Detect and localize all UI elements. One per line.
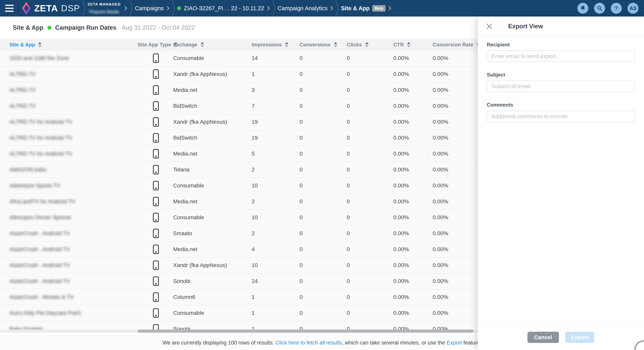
export-view-panel: Export View Recipient Subject Comments C… [478, 16, 644, 350]
column-header-impressions[interactable]: Impressions [252, 39, 288, 50]
conversions-value: 0 [300, 87, 303, 93]
site-name: Ava's Kitty Pet Daycare Part1 [10, 310, 82, 316]
export-panel-footer: Cancel Export [478, 324, 644, 350]
mobile-device-icon [153, 292, 159, 302]
ctr-value: 0.00% [393, 278, 409, 284]
site-app-type-cell [150, 324, 162, 330]
conversions-value: 0 [300, 150, 303, 157]
export-link[interactable]: Export [447, 340, 462, 346]
impressions-value: 10 [252, 214, 258, 220]
conversions-value: 0 [300, 214, 303, 220]
breadcrumb-campaign[interactable]: ZIAO-32267_Pi ... 22 - 10.11.22 [177, 5, 270, 12]
subject-input[interactable] [487, 80, 635, 92]
hamburger-menu-icon[interactable] [5, 5, 14, 12]
chevron-right-icon [267, 6, 270, 11]
sort-arrows-icon [334, 42, 337, 48]
notifications-button[interactable] [577, 3, 588, 14]
site-name: AsianCrush - Movies & TV [10, 294, 74, 300]
recipient-label: Recipient [487, 42, 635, 48]
column-header-conversion-rate[interactable]: Conversion Rate [433, 39, 480, 50]
ctr-value: 0.00% [393, 55, 409, 61]
impressions-value: 1 [252, 71, 255, 77]
comments-field-group: Comments [487, 102, 635, 122]
breadcrumb-campaign-label: ZIAO-32267_Pi ... 22 - 10.11.22 [184, 5, 264, 12]
impressions-value: 19 [252, 135, 258, 141]
mobile-device-icon [153, 229, 159, 238]
cancel-button[interactable]: Cancel [528, 332, 559, 343]
site-app-type-cell [150, 308, 162, 318]
mobile-device-icon [153, 149, 159, 158]
ctr-value: 0.00% [393, 310, 409, 316]
site-name: 1620 and 1180 the Zone [10, 55, 69, 61]
breadcrumb-separator [335, 0, 339, 16]
exchange-name: Telaria [173, 166, 189, 173]
conversion-rate-value: 0.00% [433, 246, 448, 252]
site-name: AsianCrush - Android TV [10, 278, 70, 284]
help-button[interactable]: ? [611, 3, 622, 14]
fetch-all-results-link[interactable]: Click here to fetch all results [276, 340, 342, 346]
site-app-type-cell [150, 260, 162, 270]
conversion-rate-value: 0.00% [433, 71, 448, 77]
breadcrumb-campaign-analytics[interactable]: Campaign Analytics [278, 5, 334, 12]
site-name: ALTRD.TV for Android TV [10, 119, 72, 125]
site-app-type-cell [150, 276, 162, 286]
site-app-type-cell [150, 244, 162, 254]
brand-logo[interactable]: ZETA DSP [21, 2, 80, 15]
export-button[interactable]: Export [565, 332, 594, 343]
exchange-name: Media.net [173, 150, 197, 157]
impressions-value: 1 [252, 294, 255, 300]
clicks-value: 0 [347, 182, 350, 189]
exchange-name: Xandr (fka AppNexus) [173, 119, 227, 125]
impressions-value: 1 [252, 326, 255, 330]
column-header-exchange[interactable]: Exchange [173, 39, 204, 50]
conversion-rate-value: 0.00% [433, 278, 448, 284]
export-panel-title: Export View [508, 23, 543, 30]
column-header-conversions[interactable]: Conversions [300, 39, 337, 50]
mobile-device-icon [153, 165, 159, 174]
avatar-initials: AS [630, 5, 636, 12]
exchange-name: Consumable [173, 310, 204, 316]
clicks-value: 0 [347, 135, 350, 141]
export-panel-body: Recipient Subject Comments [478, 36, 644, 122]
breadcrumb-account-type: ZETA MANAGED [88, 2, 121, 6]
impressions-value: 2 [252, 230, 255, 236]
exchange-name: Xandr (fka AppNexus) [173, 262, 227, 268]
brand-dsp-text: DSP [61, 3, 80, 13]
ctr-value: 0.00% [393, 246, 409, 252]
column-header-site-app-type[interactable]: Site App Type [138, 39, 178, 50]
site-name: AsianCrush - Android TV [10, 262, 70, 268]
close-icon[interactable] [486, 23, 493, 30]
user-avatar[interactable]: AS [628, 3, 638, 14]
breadcrumb-campaigns[interactable]: Campaigns [135, 5, 170, 12]
column-header-ctr[interactable]: CTR [393, 39, 410, 50]
site-app-type-cell [150, 85, 162, 95]
page-subtitle: Campaign Run Dates [55, 24, 116, 31]
bell-icon [580, 5, 586, 11]
conversion-rate-value: 0.00% [433, 294, 448, 300]
impressions-value: 2 [252, 166, 255, 173]
breadcrumb-site-and-app[interactable]: Site & App Beta [341, 5, 392, 12]
site-app-type-cell [150, 292, 162, 302]
site-name: ALTRD.TV [10, 103, 36, 109]
app-window: ZETA DSP ZETA MANAGED Pinpoint Media Cam… [0, 0, 644, 350]
recipient-input[interactable] [487, 50, 635, 62]
column-header-site-and-app[interactable]: Site & App [10, 39, 42, 50]
recipient-field-group: Recipient [487, 42, 635, 62]
column-header-clicks[interactable]: Clicks [347, 39, 368, 50]
breadcrumb-campaigns-label: Campaigns [135, 5, 164, 12]
breadcrumb-account[interactable]: ZETA MANAGED Pinpoint Media [88, 2, 121, 14]
clicks-value: 0 [347, 119, 350, 125]
site-app-type-cell [150, 229, 162, 238]
exchange-name: Consumable [173, 55, 204, 61]
page-status-dot [48, 26, 51, 30]
comments-input[interactable] [487, 111, 635, 122]
site-app-type-cell [150, 165, 162, 174]
sort-arrows-icon [407, 42, 410, 48]
conversions-value: 0 [300, 294, 303, 300]
site-name: ALTRD.TV for Android TV [10, 150, 72, 157]
mobile-device-icon [153, 85, 159, 95]
exchange-name: Sonobi [173, 326, 190, 330]
horizontal-scrollbar-thumb[interactable] [138, 330, 473, 333]
search-button[interactable] [594, 3, 605, 14]
mobile-device-icon [153, 324, 159, 330]
